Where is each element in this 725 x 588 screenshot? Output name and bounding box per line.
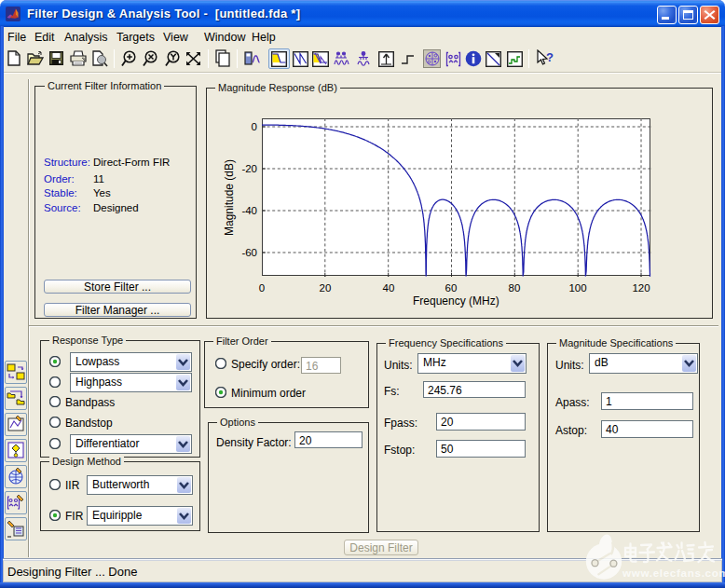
svg-text:?: ?	[546, 50, 554, 64]
svg-text:www.elecfans.com: www.elecfans.com	[622, 567, 725, 579]
